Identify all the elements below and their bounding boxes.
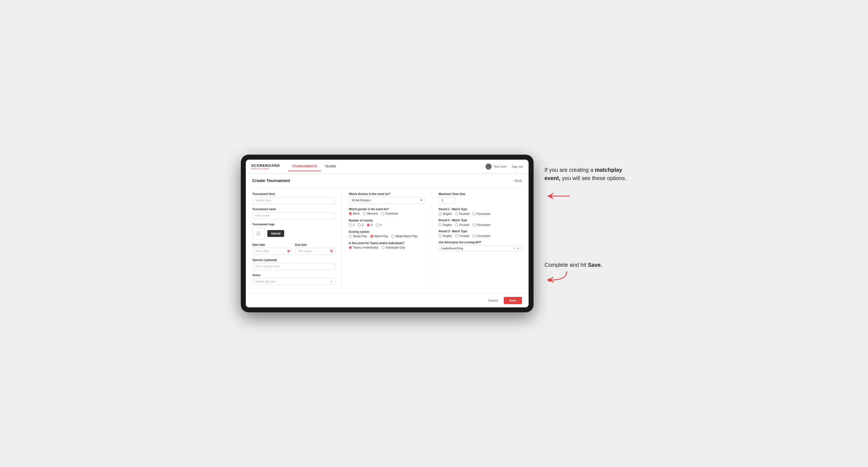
round3-foursomes-radio[interactable] (472, 235, 475, 238)
tournament-name-group: Tournament name (252, 208, 335, 219)
venue-input[interactable] (252, 278, 335, 285)
api-chevron-icon[interactable]: ▼ (517, 247, 520, 250)
rounds-1[interactable]: 1 (349, 223, 354, 226)
round1-foursomes-radio[interactable] (472, 212, 475, 215)
app-logo: SCOREBOARD (251, 163, 280, 168)
rounds-1-radio[interactable] (349, 223, 352, 226)
upload-button[interactable]: Upload (267, 230, 284, 237)
teams-individuals[interactable]: Individuals Only (382, 246, 405, 249)
scoring-stroke-label: Stroke Play (353, 235, 367, 238)
round3-singles[interactable]: Singles (439, 235, 452, 238)
gender-womens-radio[interactable] (363, 212, 366, 215)
round2-fourball-radio[interactable] (455, 223, 458, 226)
api-clear-icon[interactable]: × (514, 247, 516, 250)
tournament-host-input[interactable] (252, 197, 335, 204)
rounds-3[interactable]: 3 (367, 223, 373, 226)
gender-mens-radio[interactable] (349, 212, 352, 215)
round3-fourball-label: Fourball (459, 235, 469, 238)
round1-fourball-label: Fourball (459, 212, 469, 215)
end-date-label: End date (295, 243, 335, 246)
teams-teams-radio[interactable] (349, 246, 352, 249)
sponsor-group: Sponsor (optional) (252, 258, 335, 270)
rounds-4[interactable]: 4 (376, 223, 382, 226)
api-label: Use third-party live scoring API? (439, 241, 522, 244)
tournament-host-label: Tournament Host (252, 192, 335, 195)
round3-foursomes[interactable]: Foursomes (472, 235, 491, 238)
round1-fourball-radio[interactable] (455, 212, 458, 215)
scoring-match-label: Match Play (374, 235, 388, 238)
teams-individuals-radio[interactable] (382, 246, 385, 249)
gender-combined-radio[interactable] (381, 212, 384, 215)
user-avatar (486, 163, 492, 169)
round2-fourball[interactable]: Fourball (455, 223, 469, 226)
teams-individuals-label: Individuals Only (386, 246, 405, 249)
round2-foursomes-label: Foursomes (477, 223, 491, 226)
save-button[interactable]: Save (504, 297, 522, 304)
start-date-input[interactable] (252, 248, 292, 255)
scoring-medal-radio[interactable] (391, 235, 394, 238)
round2-label: Round 2 - Match Type (439, 219, 522, 222)
rounds-1-label: 1 (353, 223, 354, 226)
rounds-2-radio[interactable] (358, 223, 361, 226)
round2-foursomes-radio[interactable] (472, 223, 475, 226)
rounds-3-radio[interactable] (367, 223, 370, 226)
scoring-radio-group: Stroke Play Match Play Medal Match Play (349, 235, 425, 238)
round1-singles[interactable]: Singles (439, 212, 452, 215)
annotation-top: If you are creating a matchplay event, y… (545, 166, 627, 182)
max-team-input[interactable] (439, 197, 455, 204)
sponsor-label: Sponsor (optional) (252, 258, 335, 261)
nav-links: TOURNAMENTS TEAMS (288, 162, 340, 171)
date-row: Start date 📅 End date (252, 243, 335, 255)
round2-foursomes[interactable]: Foursomes (472, 223, 491, 226)
teams-label: Is this event for Teams and/or Individua… (349, 242, 425, 245)
gender-label: Which gender is the event for? (349, 208, 425, 211)
rounds-2[interactable]: 2 (358, 223, 364, 226)
cancel-button[interactable]: Cancel (485, 297, 501, 304)
api-group: Use third-party live scoring API? Leader… (439, 241, 522, 252)
scoring-stroke[interactable]: Stroke Play (349, 235, 367, 238)
page-content: Create Tournament ‹ Back Tournament Host (246, 174, 529, 293)
gender-mens[interactable]: Mens (349, 212, 360, 215)
rounds-2-label: 2 (362, 223, 364, 226)
round2-singles-radio[interactable] (439, 223, 442, 226)
round2-singles[interactable]: Singles (439, 223, 452, 226)
scoring-stroke-radio[interactable] (349, 235, 352, 238)
sign-out-link[interactable]: Sign out (512, 165, 523, 168)
teams-teams-label: Teams (+Individuals) (353, 246, 378, 249)
round3-fourball[interactable]: Fourball (455, 235, 469, 238)
division-select[interactable]: NCAA Division I (349, 197, 425, 204)
end-date-input[interactable] (295, 248, 335, 255)
back-button[interactable]: ‹ Back (513, 179, 522, 182)
api-tag: Leaderboard King (441, 247, 463, 250)
svg-point-1 (257, 232, 258, 233)
round3-fourball-radio[interactable] (455, 235, 458, 238)
annotation-bottom: Complete and hit Save. (545, 261, 627, 284)
rounds-4-label: 4 (380, 223, 382, 226)
nav-teams[interactable]: TEAMS (321, 162, 340, 171)
gender-womens[interactable]: Womens (363, 212, 378, 215)
venue-chevron: ▼ (330, 280, 333, 283)
tournament-name-input[interactable] (252, 212, 335, 219)
rounds-4-radio[interactable] (376, 223, 379, 226)
page-header: Create Tournament ‹ Back (252, 178, 522, 183)
annotation-top-text1: If you are creating a (545, 167, 595, 173)
teams-teams[interactable]: Teams (+Individuals) (349, 246, 378, 249)
sponsor-input[interactable] (252, 263, 335, 270)
round1-foursomes[interactable]: Foursomes (472, 212, 491, 215)
form-col-right: Maximum Team Size Round 1 - Match Type S… (432, 192, 522, 289)
form-col-middle: Which division is the event for? NCAA Di… (342, 192, 432, 289)
nav-tournaments[interactable]: TOURNAMENTS (288, 162, 321, 171)
round1-foursomes-label: Foursomes (477, 212, 491, 215)
scoring-match[interactable]: Match Play (370, 235, 388, 238)
round1-singles-radio[interactable] (439, 212, 442, 215)
start-date-group: Start date 📅 (252, 243, 292, 255)
scoring-medal[interactable]: Medal Match Play (391, 235, 417, 238)
round2-radio-group: Singles Fourball Foursomes (439, 223, 522, 226)
scoring-match-radio[interactable] (370, 235, 373, 238)
api-select-wrapper[interactable]: Leaderboard King × ▼ (439, 245, 522, 252)
gender-combined[interactable]: Combined (381, 212, 398, 215)
round3-singles-label: Singles (443, 235, 452, 238)
venue-group: Venue ▼ (252, 274, 335, 285)
round1-fourball[interactable]: Fourball (455, 212, 469, 215)
round3-singles-radio[interactable] (439, 235, 442, 238)
